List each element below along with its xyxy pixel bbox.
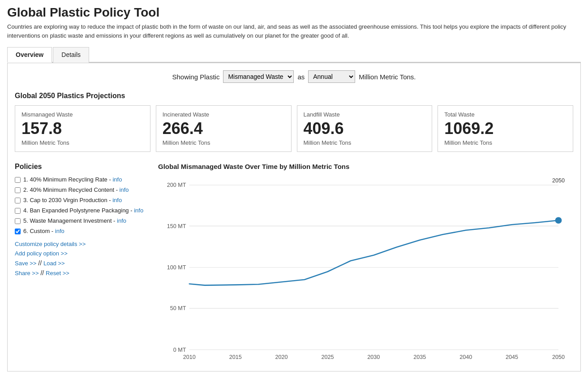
policy-info-5[interactable]: info: [117, 217, 126, 224]
line-chart-svg: 200 MT 150 MT 100 MT 50 MT 0 MT 2010 201…: [158, 176, 573, 364]
policy-item-1: 1. 40% Minimum Recycling Rate - info: [15, 176, 151, 183]
policy-label-4: 4. Ban Expanded Polystyrene Packaging - …: [23, 207, 143, 214]
policy-label-6: 6. Custom - info: [23, 228, 64, 234]
projections-title: Global 2050 Plastics Projections: [15, 92, 573, 100]
kpi-total: Total Waste 1069.2 Million Metric Tons: [438, 105, 573, 152]
metric-select[interactable]: Mismanaged Waste Landfill Waste Incinera…: [223, 70, 294, 83]
svg-text:2020: 2020: [275, 354, 288, 360]
main-panel: Showing Plastic Mismanaged Waste Landfil…: [7, 63, 581, 371]
separator-1: //: [38, 259, 43, 267]
kpi-incinerated-value: 266.4: [163, 120, 285, 138]
kpi-mismanaged-value: 157.8: [21, 120, 144, 138]
policy-info-3[interactable]: info: [112, 197, 122, 203]
reset-link[interactable]: Reset >>: [46, 270, 69, 276]
policy-info-2[interactable]: info: [120, 186, 129, 193]
svg-text:2045: 2045: [506, 354, 518, 360]
app-title: Global Plastic Policy Tool: [7, 5, 581, 20]
app-subtitle: Countries are exploring way to reduce th…: [7, 22, 581, 40]
svg-text:2040: 2040: [459, 354, 472, 360]
kpi-total-unit: Million Metric Tons: [444, 139, 567, 146]
kpi-landfill-value: 409.6: [304, 120, 426, 138]
svg-text:0 MT: 0 MT: [173, 346, 186, 353]
policy-check-3[interactable]: [15, 198, 21, 203]
policies-title: Policies: [15, 163, 151, 171]
policy-info-6[interactable]: info: [55, 228, 64, 234]
policy-check-2[interactable]: [15, 187, 21, 193]
policy-info-4[interactable]: info: [134, 207, 143, 214]
as-label: as: [297, 73, 305, 81]
save-link[interactable]: Save >>: [15, 260, 36, 267]
unit-label: Million Metric Tons.: [359, 73, 416, 81]
chart-container: 200 MT 150 MT 100 MT 50 MT 0 MT 2010 201…: [158, 176, 573, 364]
policy-links: Customize policy details >> Add policy o…: [15, 241, 151, 276]
save-load-row: Save >> // Load >>: [15, 259, 151, 267]
policy-check-5[interactable]: [15, 218, 21, 224]
kpi-mismanaged: Mismanaged Waste 157.8 Million Metric To…: [15, 105, 150, 152]
policies-panel: Policies 1. 40% Minimum Recycling Rate -…: [15, 163, 158, 364]
kpi-total-label: Total Waste: [444, 111, 567, 118]
policy-info-1[interactable]: info: [112, 176, 122, 183]
policy-check-1[interactable]: [15, 177, 21, 183]
chart-title: Global Mismanaged Waste Over Time by Mil…: [158, 163, 573, 170]
policy-label-5: 5. Waste Management Investment - info: [23, 217, 126, 224]
svg-text:50 MT: 50 MT: [170, 305, 186, 311]
svg-text:2050: 2050: [552, 354, 565, 360]
svg-text:2030: 2030: [367, 354, 380, 360]
policy-label-3: 3. Cap to 2030 Virgin Production - info: [23, 197, 122, 203]
svg-text:2010: 2010: [183, 354, 196, 360]
share-reset-row: Share >> // Reset >>: [15, 269, 151, 276]
kpi-mismanaged-label: Mismanaged Waste: [21, 111, 144, 118]
svg-text:100 MT: 100 MT: [167, 264, 186, 271]
policy-item-5: 5. Waste Management Investment - info: [15, 217, 151, 224]
policy-label-2: 2. 40% Minimum Recycled Content - info: [23, 186, 129, 193]
svg-text:2050: 2050: [552, 177, 565, 183]
bottom-section: Policies 1. 40% Minimum Recycling Rate -…: [15, 163, 573, 364]
policy-item-3: 3. Cap to 2030 Virgin Production - info: [15, 197, 151, 203]
policy-item-6: 6. Custom - info: [15, 228, 151, 234]
svg-text:2025: 2025: [321, 354, 334, 360]
kpi-row: Mismanaged Waste 157.8 Million Metric To…: [15, 105, 573, 152]
policy-item-4: 4. Ban Expanded Polystyrene Packaging - …: [15, 207, 151, 214]
customize-link[interactable]: Customize policy details >>: [15, 241, 151, 247]
showing-label: Showing Plastic: [172, 73, 220, 81]
showing-row: Showing Plastic Mismanaged Waste Landfil…: [15, 70, 573, 83]
policy-check-6[interactable]: [15, 229, 21, 234]
add-policy-link[interactable]: Add policy option >>: [15, 250, 151, 257]
tab-overview[interactable]: Overview: [7, 47, 52, 63]
policy-item-2: 2. 40% Minimum Recycled Content - info: [15, 186, 151, 193]
tab-details[interactable]: Details: [53, 47, 89, 63]
chart-line: [189, 220, 558, 285]
separator-2: //: [40, 269, 46, 276]
chart-highlight-dot: [555, 217, 562, 224]
kpi-landfill-label: Landfill Waste: [304, 111, 426, 118]
svg-text:200 MT: 200 MT: [167, 182, 186, 188]
kpi-incinerated: Incinerated Waste 266.4 Million Metric T…: [156, 105, 292, 152]
kpi-landfill-unit: Million Metric Tons: [304, 139, 426, 146]
svg-text:2015: 2015: [229, 354, 242, 360]
kpi-landfill: Landfill Waste 409.6 Million Metric Tons: [297, 105, 433, 152]
share-link[interactable]: Share >>: [15, 270, 39, 276]
kpi-incinerated-label: Incinerated Waste: [163, 111, 285, 118]
svg-text:2035: 2035: [413, 354, 426, 360]
policy-label-1: 1. 40% Minimum Recycling Rate - info: [23, 176, 122, 183]
kpi-total-value: 1069.2: [444, 120, 567, 138]
tab-bar: Overview Details: [7, 46, 581, 63]
chart-panel: Global Mismanaged Waste Over Time by Mil…: [158, 163, 573, 364]
kpi-incinerated-unit: Million Metric Tons: [163, 139, 285, 146]
time-select[interactable]: Annual Cumulative: [308, 70, 355, 83]
kpi-mismanaged-unit: Million Metric Tons: [21, 139, 144, 146]
load-link[interactable]: Load >>: [43, 260, 65, 267]
policy-check-4[interactable]: [15, 208, 21, 214]
svg-text:150 MT: 150 MT: [167, 223, 186, 229]
